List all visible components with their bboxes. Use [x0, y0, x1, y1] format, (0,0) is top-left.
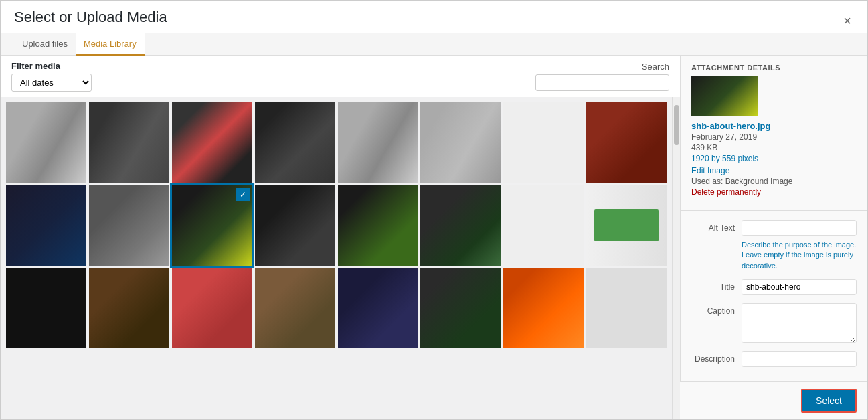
tab-media-library[interactable]: Media Library: [76, 33, 145, 56]
media-grid: ✓: [6, 102, 667, 348]
media-item[interactable]: [503, 102, 584, 183]
media-item[interactable]: [338, 268, 418, 348]
edit-image-link[interactable]: Edit Image: [691, 166, 857, 175]
media-item[interactable]: [255, 268, 335, 348]
media-item[interactable]: [420, 102, 501, 183]
date-filter-select[interactable]: All dates: [11, 74, 92, 92]
select-upload-media-modal: Select or Upload Media × Upload files Me…: [0, 0, 868, 420]
attachment-used-as: Used as: Background Image: [691, 177, 857, 186]
media-item[interactable]: [586, 185, 667, 266]
title-label: Title: [691, 279, 742, 292]
filter-label: Filter media: [11, 61, 92, 71]
banner-image: [594, 209, 659, 241]
attachment-dimensions[interactable]: 1920 by 559 pixels: [691, 154, 857, 163]
media-item-selected[interactable]: ✓: [172, 185, 252, 266]
attachment-date: February 27, 2019: [691, 132, 857, 142]
filter-group: Filter media All dates: [11, 61, 92, 92]
media-item[interactable]: [586, 268, 667, 348]
media-item[interactable]: [89, 102, 169, 183]
alt-text-label: Alt Text: [691, 220, 742, 233]
search-group: Search: [535, 62, 669, 91]
select-button[interactable]: Select: [801, 389, 857, 413]
title-row: Title: [681, 275, 867, 299]
modal-footer: Select: [680, 381, 867, 419]
search-input[interactable]: [535, 74, 669, 91]
media-item[interactable]: [89, 268, 169, 348]
description-row: Description: [681, 347, 867, 371]
alt-text-row: Alt Text: [681, 216, 867, 240]
media-item[interactable]: [6, 268, 86, 348]
attachment-size: 439 KB: [691, 143, 857, 152]
media-item[interactable]: [6, 185, 86, 266]
media-item[interactable]: [503, 185, 584, 266]
modal-body: Filter media All dates Search: [1, 56, 867, 419]
media-item[interactable]: [6, 102, 86, 183]
media-item[interactable]: [255, 185, 335, 266]
modal-header: Select or Upload Media ×: [1, 1, 867, 33]
caption-label: Caption: [691, 303, 742, 316]
attachment-meta: shb-about-hero.jpg February 27, 2019 439…: [681, 121, 867, 205]
attachment-details-header: ATTACHMENT DETAILS: [681, 56, 867, 76]
title-input[interactable]: [742, 279, 857, 295]
description-label: Description: [691, 351, 742, 364]
scroll-thumb[interactable]: [674, 105, 679, 145]
media-item[interactable]: [172, 268, 252, 348]
alt-text-input[interactable]: [742, 220, 857, 236]
attachment-thumbnail-image: [691, 76, 758, 116]
media-item[interactable]: [338, 102, 418, 183]
tabs-bar: Upload files Media Library: [1, 33, 867, 56]
delete-permanently-link[interactable]: Delete permanently: [691, 187, 857, 197]
media-item[interactable]: [503, 268, 584, 348]
attachment-filename: shb-about-hero.jpg: [691, 121, 857, 131]
media-grid-container[interactable]: ✓: [1, 97, 672, 419]
scrollbar[interactable]: [672, 97, 680, 419]
caption-row: Caption: [681, 299, 867, 347]
media-item[interactable]: [586, 102, 667, 183]
alt-text-help: Describe the purpose of the image. Leave…: [681, 240, 867, 275]
caption-textarea[interactable]: [742, 303, 857, 343]
search-label: Search: [642, 62, 669, 72]
attachment-details-panel: ATTACHMENT DETAILS shb-about-hero.jpg Fe…: [680, 56, 867, 419]
tab-upload-files[interactable]: Upload files: [14, 33, 76, 56]
media-item[interactable]: [420, 268, 501, 348]
media-item[interactable]: [338, 185, 418, 266]
attachment-thumbnail: [691, 76, 758, 116]
filter-bar: Filter media All dates Search: [1, 56, 680, 97]
media-item[interactable]: [420, 185, 501, 266]
close-button[interactable]: ×: [841, 14, 854, 27]
media-item[interactable]: [89, 185, 169, 266]
modal-title: Select or Upload Media: [14, 9, 167, 33]
media-area: Filter media All dates Search: [1, 56, 680, 419]
description-input[interactable]: [742, 351, 857, 367]
selected-check: ✓: [236, 188, 250, 201]
media-item[interactable]: [172, 102, 252, 183]
media-item[interactable]: [255, 102, 335, 183]
divider: [681, 210, 867, 211]
